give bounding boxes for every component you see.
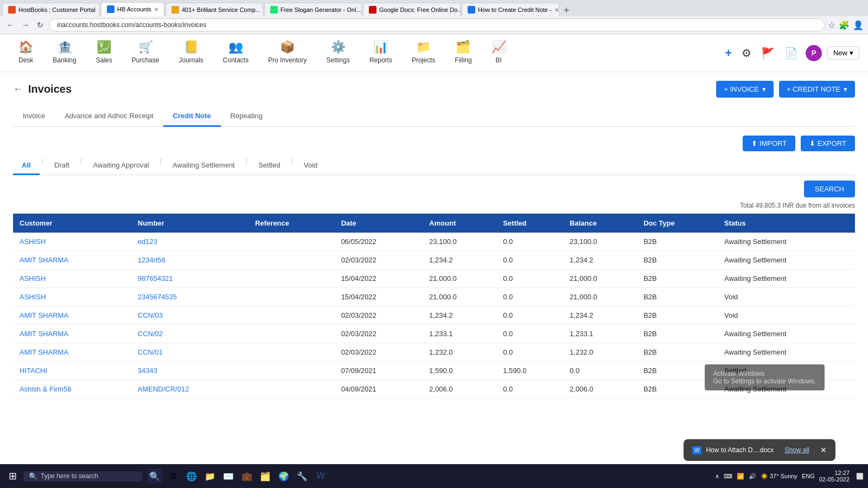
nav-item-reports[interactable]: 📊 Reports <box>360 35 402 71</box>
customer-link[interactable]: AMIT SHARMA <box>20 330 68 338</box>
bookmark-icon[interactable]: ☆ <box>828 20 835 30</box>
reload-btn[interactable]: ↻ <box>35 20 46 30</box>
table-row[interactable]: AMIT SHARMA CCN/03 02/03/2022 1,234.2 0.… <box>13 306 855 325</box>
cell-number[interactable]: ed123 <box>131 233 248 251</box>
table-row[interactable]: AMIT SHARMA CCN/01 02/03/2022 1,232.0 0.… <box>13 343 855 362</box>
cell-customer[interactable]: Ashish & Firm58 <box>13 380 131 399</box>
tab-favicon-3 <box>171 6 179 14</box>
status-tab-all[interactable]: All <box>13 157 40 175</box>
number-link[interactable]: CCN/01 <box>138 348 163 356</box>
number-link[interactable]: CCN/03 <box>138 311 163 319</box>
browser-tab-4[interactable]: Free Slogan Generator - Onl... ✕ <box>264 3 362 16</box>
cell-customer[interactable]: AMIT SHARMA <box>13 325 131 343</box>
cell-number[interactable]: 34343 <box>131 362 248 380</box>
cell-customer[interactable]: HITACHI <box>13 362 131 380</box>
customer-link[interactable]: ASHISH <box>20 237 46 246</box>
customer-link[interactable]: ASHISH <box>20 274 46 282</box>
nav-item-projects[interactable]: 📁 Projects <box>402 35 445 71</box>
tab-repeating[interactable]: Repeating <box>221 106 272 127</box>
nav-item-journals[interactable]: 📒 Journals <box>169 35 213 71</box>
customer-link[interactable]: ASHISH <box>20 293 46 301</box>
show-all-button[interactable]: Show all <box>784 446 809 454</box>
browser-tab-2[interactable]: HB Accounts ✕ <box>101 2 164 16</box>
cell-number[interactable]: 987654321 <box>131 269 248 288</box>
doc-btn[interactable]: 📄 <box>782 44 800 62</box>
nav-item-sales[interactable]: 💹 Sales <box>86 35 122 71</box>
browser-tab-3[interactable]: 401+ Brilliant Service Comp... ✕ <box>165 3 263 16</box>
table-row[interactable]: AMIT SHARMA 1234rt56 02/03/2022 1,234.2 … <box>13 251 855 269</box>
tab-invoice[interactable]: Invoice <box>13 106 55 127</box>
status-tab-awaiting-approval[interactable]: Awaiting Approval <box>85 157 158 175</box>
back-button[interactable]: ← <box>13 84 23 95</box>
cell-customer[interactable]: AMIT SHARMA <box>13 251 131 269</box>
search-button[interactable]: SEARCH <box>804 181 855 197</box>
tab-credit-note[interactable]: Credit Note <box>163 106 221 127</box>
nav-item-desk[interactable]: 🏠 Desk <box>9 35 43 71</box>
nav-item-purchase[interactable]: 🛒 Purchase <box>122 35 169 71</box>
cell-amount: 21,000.0 <box>423 288 496 306</box>
number-link[interactable]: 1234rt56 <box>138 256 165 264</box>
status-tab-settled[interactable]: Settled <box>250 157 289 175</box>
close-notification-button[interactable]: ✕ <box>820 446 827 454</box>
cell-customer[interactable]: AMIT SHARMA <box>13 343 131 362</box>
nav-item-filling[interactable]: 🗂️ Filling <box>445 35 481 71</box>
browser-tab-6[interactable]: How to Create Credit Note - ✕ <box>462 3 559 16</box>
browser-tab-1[interactable]: HostBooks : Customer Portal ✕ <box>2 3 100 16</box>
number-link[interactable]: 34343 <box>138 367 157 375</box>
status-tab-draft[interactable]: Draft <box>46 157 78 175</box>
customer-link[interactable]: HITACHI <box>20 367 47 375</box>
number-link[interactable]: 2345674535 <box>138 293 177 301</box>
table-row[interactable]: ASHISH 2345674535 15/04/2022 21,000.0 0.… <box>13 288 855 306</box>
table-row[interactable]: ASHISH 987654321 15/04/2022 21,000.0 0.0… <box>13 269 855 288</box>
cell-number[interactable]: CCN/01 <box>131 343 248 362</box>
new-tab-btn[interactable]: + <box>560 5 573 16</box>
cell-number[interactable]: CCN/03 <box>131 306 248 325</box>
address-bar[interactable]: inaccounts.hostbooks.com/accounts-books/… <box>49 18 825 31</box>
number-link[interactable]: ed123 <box>138 237 157 246</box>
nav-item-bi[interactable]: 📈 BI <box>482 35 516 71</box>
status-tab-void[interactable]: Void <box>295 157 326 175</box>
tab-close-1[interactable]: ✕ <box>98 7 100 13</box>
customer-link[interactable]: Ashish & Firm58 <box>20 385 71 393</box>
invoice-button[interactable]: + INVOICE ▾ <box>716 81 774 98</box>
customer-link[interactable]: AMIT SHARMA <box>20 348 68 356</box>
nav-item-contacts[interactable]: 👥 Contacts <box>213 35 258 71</box>
customer-link[interactable]: AMIT SHARMA <box>20 311 68 319</box>
cell-balance: 1,232.0 <box>563 343 637 362</box>
cell-number[interactable]: 1234rt56 <box>131 251 248 269</box>
cell-number[interactable]: CCN/02 <box>131 325 248 343</box>
customer-link[interactable]: AMIT SHARMA <box>20 256 68 264</box>
gear-btn[interactable]: ⚙ <box>739 44 754 62</box>
cell-customer[interactable]: AMIT SHARMA <box>13 306 131 325</box>
status-tab-awaiting-settlement[interactable]: Awaiting Settlement <box>164 157 244 175</box>
avatar[interactable]: P <box>806 45 822 61</box>
back-nav-btn[interactable]: ← <box>4 20 16 30</box>
profile-icon[interactable]: 👤 <box>853 20 864 30</box>
cell-number[interactable]: 2345674535 <box>131 288 248 306</box>
cell-number[interactable]: AMEND/CR/012 <box>131 380 248 399</box>
cell-customer[interactable]: ASHISH <box>13 269 131 288</box>
table-row[interactable]: ASHISH ed123 06/05/2022 23,100.0 0.0 23,… <box>13 233 855 251</box>
credit-note-button[interactable]: + CREDIT NOTE ▾ <box>779 81 855 98</box>
nav-item-banking[interactable]: 🏦 Banking <box>43 35 86 71</box>
new-button[interactable]: New ▾ <box>827 46 859 60</box>
forward-nav-btn[interactable]: → <box>20 20 31 30</box>
number-link[interactable]: AMEND/CR/012 <box>138 385 189 393</box>
add-btn[interactable]: + <box>723 44 734 62</box>
export-button[interactable]: ⬇ EXPORT <box>801 136 855 151</box>
cell-date: 07/09/2021 <box>335 362 423 380</box>
browser-tab-5[interactable]: Google Docs: Free Online Do... ✕ <box>363 3 461 16</box>
import-button[interactable]: ⬆ IMPORT <box>743 136 795 151</box>
tab-advance[interactable]: Advance and Adhoc Receipt <box>55 106 163 127</box>
table-row[interactable]: AMIT SHARMA CCN/02 02/03/2022 1,233.1 0.… <box>13 325 855 343</box>
extensions-icon[interactable]: 🧩 <box>839 20 850 30</box>
number-link[interactable]: 987654321 <box>138 274 173 282</box>
tab-close-2[interactable]: ✕ <box>154 7 158 12</box>
flag-btn[interactable]: 🚩 <box>759 44 777 62</box>
cell-customer[interactable]: ASHISH <box>13 288 131 306</box>
tab-close-6[interactable]: ✕ <box>554 7 559 13</box>
nav-item-settings[interactable]: ⚙️ Settings <box>317 35 360 71</box>
number-link[interactable]: CCN/02 <box>138 330 163 338</box>
nav-item-pro-inventory[interactable]: 📦 Pro Inventory <box>258 35 316 71</box>
cell-customer[interactable]: ASHISH <box>13 233 131 251</box>
